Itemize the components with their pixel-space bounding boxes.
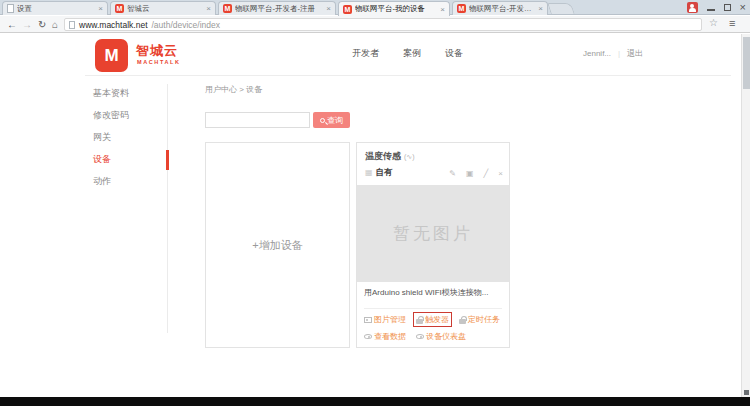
window-close-button[interactable]: × (740, 1, 746, 13)
edit-icon[interactable]: ╱ (484, 169, 489, 178)
home-icon[interactable]: ⌂ (52, 17, 58, 32)
sidebar-item-actions[interactable]: 动作 (93, 170, 167, 192)
top-navigation: 开发者 案例 设备 (352, 47, 463, 60)
tab-title: 智城云 (127, 4, 203, 14)
url-page-icon (69, 21, 75, 29)
link-scheduled-task[interactable]: 定时任务 (456, 312, 503, 327)
device-status-icon: (∿) (404, 153, 415, 161)
device-card: 温度传感 (∿) ▦ 自有 ✎ ▣ ╱ × 暂无图片 用Arduino shie… (356, 142, 510, 348)
tab-close-icon[interactable]: × (538, 4, 543, 13)
link-label: 图片管理 (374, 314, 406, 325)
tab-close-icon[interactable]: × (206, 4, 211, 13)
card-divider (364, 308, 502, 309)
sidebar-item-devices[interactable]: 设备 (93, 148, 167, 170)
new-tab-button[interactable] (547, 3, 575, 14)
scrollbar-thumb[interactable] (743, 37, 750, 89)
logo-text-en: MACHTALK (137, 59, 181, 65)
link-label: 定时任务 (468, 314, 500, 325)
search-button[interactable]: 查询 (313, 112, 350, 128)
tab-register-2[interactable]: M 物联网平台-开发者-注册 × (452, 1, 548, 15)
settings-icon[interactable]: ▣ (466, 169, 474, 178)
page-scrollbar[interactable] (741, 34, 750, 397)
tab-my-devices[interactable]: M 物联网平台-我的设备 × (338, 1, 450, 16)
profile-avatar-button[interactable] (687, 2, 698, 13)
machtalk-favicon-icon: M (115, 4, 124, 13)
eye-icon (364, 334, 372, 339)
bookmark-star-icon[interactable]: ☆ (709, 17, 718, 28)
sidebar-item-gateway[interactable]: 网关 (93, 126, 167, 148)
lock-icon (416, 316, 423, 324)
bottom-edge-bar (0, 397, 750, 406)
sidebar: 基本资料 修改密码 网关 设备 动作 (93, 82, 167, 192)
tab-title: 物联网平台-开发者-注册 (469, 4, 535, 14)
site-header: M 智城云 MACHTALK 开发者 案例 设备 Jennif... | 退出 (0, 34, 741, 76)
link-device-dashboard[interactable]: 设备仪表盘 (413, 329, 469, 344)
tab-close-icon[interactable]: × (326, 4, 331, 13)
breadcrumb: 用户中心 > 设备 (205, 84, 262, 95)
eye-icon (416, 334, 424, 339)
link-label: 触发器 (425, 314, 449, 325)
tab-strip: 设置 × M 智城云 × M 物联网平台-开发者-注册 × M 物联网平台-我的… (0, 0, 750, 15)
link-label: 查看数据 (374, 331, 406, 342)
sidebar-active-indicator (166, 150, 169, 170)
image-icon (364, 317, 372, 323)
browser-window: 设置 × M 智城云 × M 物联网平台-开发者-注册 × M 物联网平台-我的… (0, 0, 750, 406)
add-device-card[interactable]: +增加设备 (205, 142, 350, 348)
header-divider (85, 75, 731, 76)
username[interactable]: Jennif... (583, 49, 611, 58)
scrollbar-down-arrow[interactable] (744, 390, 749, 395)
tab-close-icon[interactable]: × (440, 5, 445, 14)
url-host: www.machtalk.net (79, 20, 148, 30)
search-button-label: 查询 (327, 115, 343, 126)
tab-title: 设置 (17, 4, 95, 14)
device-title: 温度传感 (365, 150, 401, 163)
forward-icon[interactable]: → (22, 17, 32, 32)
link-trigger[interactable]: 触发器 (413, 312, 452, 327)
url-bar[interactable]: www.machtalk.net/auth/device/index (64, 18, 702, 31)
delete-icon[interactable]: × (498, 169, 503, 178)
back-icon[interactable]: ← (7, 17, 17, 32)
maximize-button[interactable] (724, 4, 731, 11)
tab-settings[interactable]: 设置 × (2, 1, 108, 15)
logo-text-cn: 智城云 (136, 42, 178, 60)
machtalk-favicon-icon: M (457, 4, 466, 13)
tab-zhichengyun[interactable]: M 智城云 × (110, 1, 216, 15)
link-image-management[interactable]: 图片管理 (361, 312, 409, 327)
category-grid-icon: ▦ (365, 169, 373, 177)
sidebar-item-basic-info[interactable]: 基本资料 (93, 82, 167, 104)
tab-register[interactable]: M 物联网平台-开发者-注册 × (218, 1, 336, 15)
no-image-placeholder: 暂无图片 (357, 185, 509, 282)
link-label: 设备仪表盘 (426, 331, 466, 342)
ownership-label: 自有 (376, 167, 393, 179)
machtalk-favicon-icon: M (343, 5, 352, 14)
tab-title: 物联网平台-我的设备 (355, 4, 437, 14)
link-view-data[interactable]: 查看数据 (361, 329, 409, 344)
lock-icon (459, 316, 466, 324)
tab-title: 物联网平台-开发者-注册 (235, 4, 323, 14)
device-description: 用Arduino shield WIFI模块连接物... (364, 287, 504, 298)
sidebar-divider (167, 84, 168, 333)
machtalk-favicon-icon: M (223, 4, 232, 13)
nav-item-developer[interactable]: 开发者 (352, 47, 379, 60)
tab-close-icon[interactable]: × (98, 4, 103, 13)
search-input[interactable] (205, 112, 310, 128)
page-favicon-icon (7, 4, 14, 13)
share-pencil-icon[interactable]: ✎ (449, 169, 456, 178)
nav-item-cases[interactable]: 案例 (403, 47, 421, 60)
user-divider: | (618, 49, 620, 58)
sidebar-item-change-password[interactable]: 修改密码 (93, 104, 167, 126)
search-icon (320, 118, 325, 123)
nav-item-devices[interactable]: 设备 (445, 47, 463, 60)
machtalk-logo[interactable]: M (95, 39, 128, 72)
chrome-menu-icon[interactable]: ≡ (729, 17, 735, 29)
reload-icon[interactable]: ↻ (38, 17, 46, 32)
logout-link[interactable]: 退出 (627, 48, 643, 59)
url-path: /auth/device/index (152, 20, 221, 30)
browser-toolbar: ← → ↻ ⌂ www.machtalk.net/auth/device/ind… (0, 16, 750, 33)
minimize-button[interactable] (707, 9, 715, 11)
